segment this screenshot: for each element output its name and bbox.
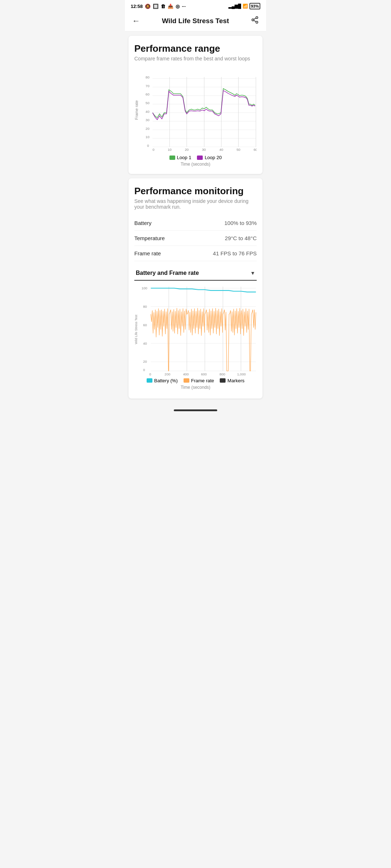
- svg-text:60: 60: [146, 92, 150, 96]
- signal-icon: ▂▄▆█: [228, 4, 241, 9]
- inbox-icon: 📥: [168, 4, 173, 9]
- svg-text:1,000: 1,000: [237, 373, 246, 376]
- chart-type-dropdown[interactable]: Battery and Frame rate ▼: [134, 266, 257, 281]
- legend-loop20-color: [197, 156, 203, 160]
- svg-line-4: [254, 18, 256, 20]
- temperature-label: Temperature: [134, 235, 165, 241]
- svg-text:50: 50: [236, 148, 240, 152]
- perf-range-x-label: Time (seconds): [134, 162, 257, 167]
- legend-framerate-color: [184, 378, 189, 383]
- svg-text:0: 0: [149, 373, 151, 376]
- dropdown-label: Battery and Frame rate: [136, 270, 199, 276]
- battery-chart-x-label: Time (seconds): [134, 385, 257, 390]
- battery-chart-y-label-container: Wild Life Stress Test: [134, 284, 142, 375]
- silent-icon: 🔕: [145, 4, 151, 9]
- legend-battery: Battery (%): [147, 378, 178, 383]
- svg-text:10: 10: [146, 135, 150, 139]
- legend-loop20-label: Loop 20: [205, 155, 222, 160]
- svg-text:40: 40: [143, 341, 147, 345]
- battery-icon: 93%: [249, 3, 260, 9]
- battery-level: 93: [251, 4, 255, 8]
- battery-chart-svg: 100 80 60 40 20 0: [142, 284, 257, 375]
- perf-monitoring-subtitle: See what was happening inside your devic…: [134, 198, 257, 210]
- chevron-down-icon: ▼: [250, 270, 255, 276]
- svg-text:60: 60: [253, 148, 257, 152]
- status-bar: 12:58 🔕 🔲 🗑 📥 ◎ ··· ▂▄▆█ 📶 93%: [125, 0, 266, 11]
- wifi-icon: 📶: [243, 4, 248, 9]
- battery-label: Battery: [134, 220, 152, 226]
- performance-monitoring-card: Performance monitoring See what was happ…: [129, 178, 262, 398]
- svg-text:30: 30: [146, 118, 150, 122]
- share-button[interactable]: [249, 14, 260, 27]
- time-display: 12:58: [131, 4, 143, 9]
- framerate-stat-row: Frame rate 41 FPS to 76 FPS: [134, 246, 257, 261]
- svg-text:400: 400: [183, 373, 189, 376]
- home-indicator: [125, 403, 266, 414]
- nfc-icon: 🔲: [153, 4, 159, 9]
- svg-text:10: 10: [168, 148, 172, 152]
- legend-loop1-color: [169, 156, 175, 160]
- svg-text:20: 20: [146, 127, 150, 131]
- battery-chart-area: 100 80 60 40 20 0: [142, 284, 257, 375]
- battery-value: 100% to 93%: [224, 220, 257, 226]
- battery-chart-y-label: Wild Life Stress Test: [134, 315, 138, 344]
- svg-line-3: [254, 20, 256, 22]
- delete-icon: 🗑: [161, 4, 165, 9]
- battery-chart-legend: Battery (%) Frame rate Markers: [134, 378, 257, 383]
- battery-stat-row: Battery 100% to 93%: [134, 216, 257, 231]
- svg-text:0: 0: [143, 368, 145, 372]
- svg-text:30: 30: [202, 148, 206, 152]
- legend-battery-color: [147, 378, 152, 383]
- temperature-stat-row: Temperature 29°C to 48°C: [134, 231, 257, 246]
- legend-markers-color: [220, 378, 226, 383]
- perf-range-svg: 0 10 20 30 40 50 60 70 80: [140, 67, 257, 153]
- performance-range-card: Performance range Compare frame rates fr…: [129, 36, 262, 174]
- legend-framerate: Frame rate: [184, 378, 214, 383]
- perf-range-y-label: Frame rate: [134, 67, 139, 153]
- svg-text:60: 60: [143, 323, 147, 327]
- svg-text:80: 80: [143, 305, 147, 309]
- perf-range-chart-area: 0 10 20 30 40 50 60 70 80: [140, 67, 257, 153]
- performance-range-title: Performance range: [134, 43, 257, 54]
- perf-range-legend: Loop 1 Loop 20: [134, 155, 257, 160]
- legend-loop20: Loop 20: [197, 155, 222, 160]
- legend-framerate-label: Frame rate: [191, 378, 214, 383]
- svg-text:70: 70: [146, 84, 150, 88]
- svg-text:20: 20: [143, 360, 147, 364]
- svg-text:80: 80: [146, 75, 150, 79]
- svg-text:40: 40: [219, 148, 223, 152]
- location-icon: ◎: [176, 4, 180, 9]
- svg-text:600: 600: [201, 373, 207, 376]
- performance-range-chart-wrapper: Frame rate 0 10 20 30 40 50 60 70 80: [134, 67, 257, 153]
- legend-battery-label: Battery (%): [154, 378, 178, 383]
- top-navigation-bar: ← Wild Life Stress Test: [125, 11, 266, 31]
- svg-text:200: 200: [165, 373, 171, 376]
- svg-text:0: 0: [152, 148, 154, 152]
- svg-text:100: 100: [142, 286, 147, 290]
- status-right: ▂▄▆█ 📶 93%: [228, 3, 260, 9]
- more-icon: ···: [182, 4, 186, 9]
- perf-monitoring-title: Performance monitoring: [134, 186, 257, 197]
- back-button[interactable]: ←: [131, 15, 142, 27]
- performance-range-subtitle: Compare frame rates from the best and wo…: [134, 56, 257, 61]
- framerate-value: 41 FPS to 76 FPS: [213, 250, 257, 256]
- svg-text:50: 50: [146, 101, 150, 105]
- home-indicator-bar: [174, 409, 217, 411]
- battery-framerate-chart-wrapper: Wild Life Stress Test 100 80 60 40 20 0: [134, 284, 257, 375]
- page-title: Wild Life Stress Test: [142, 17, 249, 25]
- svg-text:20: 20: [185, 148, 189, 152]
- status-left: 12:58 🔕 🔲 🗑 📥 ◎ ···: [131, 4, 186, 9]
- legend-loop1-label: Loop 1: [177, 155, 192, 160]
- legend-loop1: Loop 1: [169, 155, 192, 160]
- svg-text:0: 0: [147, 144, 149, 148]
- svg-text:800: 800: [219, 373, 225, 376]
- temperature-value: 29°C to 48°C: [225, 235, 257, 241]
- legend-markers-label: Markers: [227, 378, 244, 383]
- framerate-label: Frame rate: [134, 250, 161, 256]
- legend-markers: Markers: [220, 378, 244, 383]
- svg-text:40: 40: [146, 110, 150, 114]
